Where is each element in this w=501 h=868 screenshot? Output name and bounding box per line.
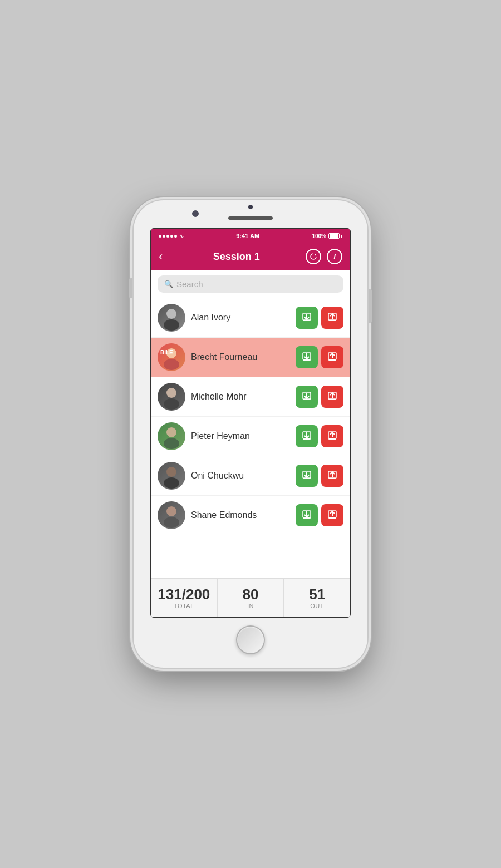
download-button-michelle[interactable] (296, 386, 318, 408)
svg-text:BILE: BILE (160, 349, 173, 356)
action-buttons-michelle (296, 386, 343, 408)
back-button[interactable]: ‹ (159, 247, 167, 266)
info-icon: i (333, 253, 336, 261)
svg-point-2 (164, 319, 179, 331)
phone-screen: ∿ 9:41 AM 100% ‹ Session 1 (150, 228, 351, 618)
stat-total: 131/200 TOTAL (151, 579, 218, 617)
status-left: ∿ (159, 233, 184, 239)
svg-point-33 (164, 517, 179, 528)
person-name-shane: Shane Edmonds (191, 510, 290, 520)
stat-out: 51 OUT (284, 579, 350, 617)
person-row-michelle: Michelle Mohr (151, 377, 350, 417)
front-camera-dot (248, 205, 253, 209)
search-placeholder: Search (176, 279, 203, 289)
action-buttons-brecht (296, 346, 343, 368)
battery-icon (328, 233, 342, 239)
person-name-michelle: Michelle Mohr (191, 392, 290, 402)
stat-in: 80 IN (218, 579, 284, 617)
person-name-brecht: Brecht Fourneau (191, 352, 290, 362)
download-button-pieter[interactable] (296, 425, 318, 447)
download-button-shane[interactable] (296, 504, 318, 526)
info-button[interactable]: i (327, 249, 342, 264)
svg-point-14 (166, 388, 176, 398)
svg-point-15 (164, 398, 179, 410)
avatar-shane (158, 501, 185, 529)
avatar-oni (158, 462, 185, 490)
battery-percent: 100% (312, 233, 326, 239)
download-button-brecht[interactable] (296, 346, 318, 368)
svg-point-32 (166, 506, 176, 516)
phone-frame: ∿ 9:41 AM 100% ‹ Session 1 (134, 200, 367, 668)
upload-button-brecht[interactable] (321, 346, 343, 368)
svg-point-27 (164, 477, 179, 489)
svg-point-8 (164, 359, 179, 370)
person-name-oni: Oni Chuckwu (191, 471, 290, 481)
upload-button-shane[interactable] (321, 504, 343, 526)
stat-in-value: 80 (243, 586, 259, 603)
stat-out-value: 51 (309, 586, 325, 603)
person-name-alan: Alan Ivory (191, 313, 290, 323)
person-row-oni: Oni Chuckwu (151, 456, 350, 496)
people-list: Alan Ivory (151, 298, 350, 578)
signal-dots (159, 235, 177, 238)
svg-point-20 (166, 427, 176, 437)
action-buttons-alan (296, 307, 343, 329)
speaker (228, 216, 273, 220)
action-buttons-shane (296, 504, 343, 526)
home-button[interactable] (236, 625, 265, 654)
nav-bar: ‹ Session 1 i (151, 243, 350, 270)
stats-footer: 131/200 TOTAL 80 IN 51 OUT (151, 578, 350, 617)
avatar-brecht: BILE (158, 343, 185, 371)
page-title: Session 1 (213, 251, 260, 263)
download-button-oni[interactable] (296, 465, 318, 487)
svg-point-21 (164, 438, 179, 449)
person-row-alan: Alan Ivory (151, 298, 350, 338)
svg-point-0 (166, 309, 176, 319)
stat-total-label: TOTAL (174, 603, 194, 609)
svg-point-26 (166, 467, 176, 477)
home-button-area (236, 618, 265, 662)
status-right: 100% (312, 233, 342, 239)
action-buttons-oni (296, 465, 343, 487)
refresh-button[interactable] (306, 249, 321, 264)
stat-total-value: 131/200 (158, 586, 210, 603)
person-name-pieter: Pieter Heyman (191, 431, 290, 441)
phone-top (134, 200, 367, 228)
avatar-pieter (158, 422, 185, 450)
nav-actions: i (306, 249, 342, 264)
action-buttons-pieter (296, 425, 343, 447)
status-bar: ∿ 9:41 AM 100% (151, 229, 350, 243)
person-row-shane: Shane Edmonds (151, 496, 350, 535)
upload-button-oni[interactable] (321, 465, 343, 487)
wifi-icon: ∿ (179, 233, 184, 239)
upload-button-michelle[interactable] (321, 386, 343, 408)
upload-button-alan[interactable] (321, 307, 343, 329)
person-row-brecht: BILE Brecht Fourneau (151, 338, 350, 377)
stat-out-label: OUT (310, 603, 324, 609)
upload-button-pieter[interactable] (321, 425, 343, 447)
camera (192, 210, 199, 217)
search-bar[interactable]: 🔍 Search (158, 275, 343, 293)
stat-in-label: IN (247, 603, 254, 609)
person-row-pieter: Pieter Heyman (151, 417, 350, 456)
avatar-alan (158, 304, 185, 332)
search-icon: 🔍 (164, 280, 173, 288)
avatar-michelle (158, 383, 185, 411)
search-container: 🔍 Search (151, 270, 350, 298)
download-button-alan[interactable] (296, 307, 318, 329)
status-time: 9:41 AM (236, 233, 259, 239)
